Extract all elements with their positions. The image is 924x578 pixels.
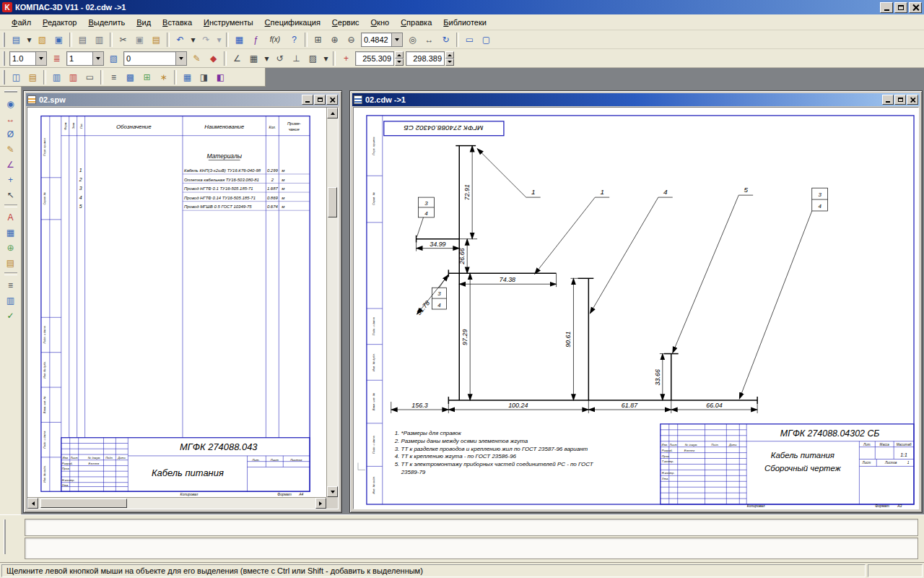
- menu-item[interactable]: Справка: [395, 16, 437, 29]
- coords-icon-button[interactable]: +: [338, 51, 354, 66]
- spw-vertical-scrollbar[interactable]: [326, 108, 338, 497]
- undo-dropdown[interactable]: ▾: [188, 32, 198, 48]
- spw-maximize-button[interactable]: [314, 95, 326, 105]
- spec-objects-panel-button[interactable]: ≡: [2, 277, 19, 293]
- paste-button[interactable]: ▤: [148, 32, 165, 48]
- spec-view-markup-button[interactable]: ▩: [122, 69, 139, 85]
- print-preview-button[interactable]: ▥: [91, 32, 108, 48]
- geometry-panel-button[interactable]: ◉: [2, 96, 19, 111]
- coordinate-spinner-y[interactable]: [445, 51, 454, 66]
- page-settings-button[interactable]: ▤: [25, 69, 41, 85]
- spinner-down-button[interactable]: [445, 59, 454, 66]
- close-button[interactable]: [909, 2, 922, 13]
- markup-mode-button[interactable]: ◧: [212, 69, 229, 85]
- show-sheet-button[interactable]: ▭: [461, 32, 478, 48]
- menu-item[interactable]: Вид: [131, 16, 157, 29]
- vertical-scroll-thumb[interactable]: [328, 187, 337, 217]
- scroll-down-button[interactable]: [327, 486, 338, 497]
- cursor-step-combo-dropdown[interactable]: [35, 52, 46, 65]
- sheet-format-button[interactable]: ▭: [82, 69, 98, 85]
- y-coordinate-display[interactable]: 298.389: [406, 51, 445, 66]
- toolbar-grip[interactable]: [3, 51, 5, 66]
- property-bar-row-1[interactable]: [25, 519, 918, 536]
- layout-mode-button[interactable]: ◨: [196, 69, 212, 85]
- scroll-right-button[interactable]: [315, 498, 326, 509]
- menu-item[interactable]: Спецификация: [259, 16, 326, 29]
- spw-close-button[interactable]: [326, 95, 338, 105]
- spec-rows[interactable]: 1Кабель КНП(3-х2шВ) ТУ16.К76-040-980.299…: [79, 168, 310, 210]
- ortho-button[interactable]: ⊥: [288, 51, 305, 66]
- cursor-step-combo[interactable]: 1.0: [9, 51, 47, 66]
- current-style-combo-dropdown[interactable]: [175, 52, 186, 65]
- spinner-up-button[interactable]: [445, 51, 454, 59]
- cdw-close-button[interactable]: [907, 95, 918, 105]
- cdw-titlebar[interactable]: 02.cdw ->1: [352, 93, 920, 106]
- cdw-maximize-button[interactable]: [894, 95, 906, 105]
- scroll-up-button[interactable]: [327, 108, 338, 118]
- menu-item[interactable]: Вставка: [157, 16, 198, 29]
- fx-button[interactable]: f(x): [264, 32, 286, 48]
- zoom-scale-combo[interactable]: 0.4842: [361, 33, 403, 47]
- snap-dropdown[interactable]: ▾: [321, 51, 331, 66]
- spw-minimize-button[interactable]: [302, 95, 313, 105]
- context-help-button[interactable]: ?: [286, 32, 302, 48]
- show-all-button[interactable]: ▢: [478, 32, 494, 48]
- x-coordinate-display[interactable]: 255.309: [355, 51, 394, 66]
- open-button[interactable]: ▧: [34, 32, 51, 48]
- menu-item[interactable]: Выделить: [82, 16, 131, 29]
- save-button[interactable]: ▣: [51, 32, 67, 48]
- cut-button[interactable]: ✂: [115, 32, 131, 48]
- zoom-out-button[interactable]: ⊖: [343, 32, 359, 48]
- snap-button[interactable]: ▨: [305, 51, 321, 66]
- zoom-window-button[interactable]: ⊞: [310, 32, 326, 48]
- spinner-up-button[interactable]: [395, 51, 404, 59]
- zoom-scale-combo-dropdown[interactable]: [391, 33, 402, 46]
- toolbar-grip[interactable]: [3, 33, 5, 47]
- pan-button[interactable]: ↔: [421, 32, 437, 48]
- menu-item[interactable]: Файл: [6, 16, 37, 29]
- coordinate-spinner-x[interactable]: [395, 51, 404, 66]
- property-calculator-button[interactable]: ◆: [205, 51, 222, 66]
- specification-sheet[interactable]: Обозначение Наименование Кол. Приме- чан…: [27, 108, 326, 497]
- spw-titlebar[interactable]: 02.spw: [26, 93, 339, 106]
- zoom-selection-button[interactable]: ◎: [404, 32, 421, 48]
- designations-panel-button[interactable]: Ø: [2, 126, 19, 142]
- fragment-tool-button[interactable]: ▤: [2, 255, 19, 270]
- copy-object-properties-button[interactable]: ✎: [188, 51, 205, 66]
- library-manager-button[interactable]: ▦: [231, 32, 248, 48]
- selection-panel-button[interactable]: ↖: [2, 187, 19, 202]
- spw-horizontal-scrollbar[interactable]: [27, 497, 326, 509]
- property-bar-grip[interactable]: [2, 519, 21, 557]
- doc-manager-button[interactable]: ▦: [179, 69, 196, 85]
- drawing-sheet[interactable]: МГФК 274088.04302 СБ Перв. примен. Справ…: [354, 108, 918, 509]
- redo-dropdown[interactable]: ▾: [214, 32, 224, 48]
- spw-document-area[interactable]: Обозначение Наименование Кол. Приме- чан…: [27, 107, 339, 509]
- property-bar-row-2[interactable]: [25, 538, 918, 559]
- check-document-button[interactable]: ✓: [2, 308, 19, 323]
- insert-object-button[interactable]: ⊕: [2, 240, 19, 255]
- grid-dropdown[interactable]: ▾: [262, 51, 271, 66]
- print-button[interactable]: ▤: [74, 32, 91, 48]
- layer-states-button[interactable]: ▧: [105, 51, 122, 66]
- toolbar-grip[interactable]: [3, 70, 5, 85]
- layers-manager-button[interactable]: ≣: [48, 51, 65, 66]
- menu-item[interactable]: Инструменты: [198, 16, 259, 29]
- measurements-panel-button[interactable]: +: [2, 172, 19, 187]
- parameterization-panel-button[interactable]: ∠: [2, 157, 19, 172]
- undo-button[interactable]: ↶: [172, 32, 188, 48]
- text-tool-button[interactable]: A: [2, 210, 19, 225]
- spinner-down-button[interactable]: [395, 59, 404, 66]
- menu-item[interactable]: Сервис: [326, 16, 365, 29]
- cdw-minimize-button[interactable]: [882, 95, 894, 105]
- pages-overview-button[interactable]: ◫: [8, 69, 25, 85]
- spec-view-normal-button[interactable]: ≡: [105, 69, 122, 85]
- toolbar-grip[interactable]: [4, 90, 17, 92]
- local-frame-button[interactable]: ↺: [271, 51, 288, 66]
- spec-settings-button[interactable]: ∗: [155, 69, 172, 85]
- restore-button[interactable]: [894, 2, 907, 13]
- menu-item[interactable]: Окно: [365, 16, 396, 29]
- new-document-dropdown[interactable]: ▾: [25, 32, 34, 48]
- reports-panel-button[interactable]: ▥: [2, 293, 19, 308]
- current-style-combo[interactable]: 0: [123, 51, 187, 66]
- redo-button[interactable]: ↷: [198, 32, 214, 48]
